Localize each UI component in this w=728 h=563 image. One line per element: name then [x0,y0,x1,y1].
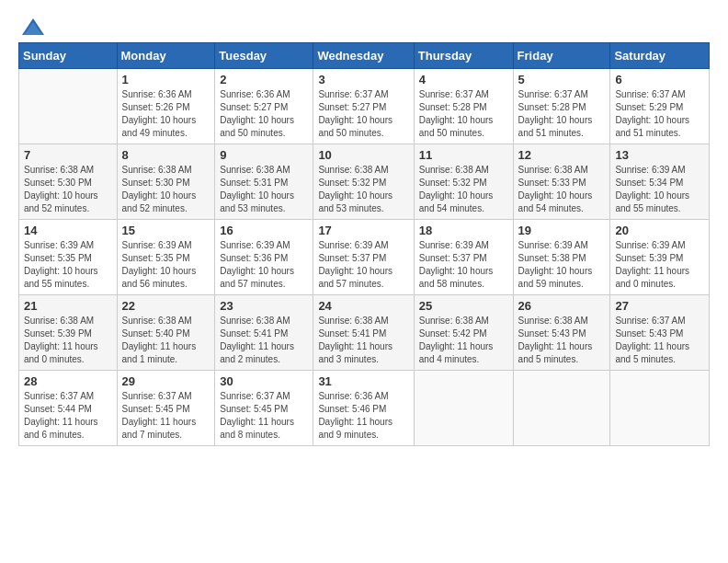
day-number: 1 [122,73,210,86]
calendar-day-cell: 23Sunrise: 6:38 AMSunset: 5:41 PMDayligh… [215,295,313,371]
calendar-day-cell: 12Sunrise: 6:38 AMSunset: 5:33 PMDayligh… [513,144,610,220]
calendar-body: 1Sunrise: 6:36 AMSunset: 5:26 PMDaylight… [19,69,710,446]
calendar-day-cell: 21Sunrise: 6:38 AMSunset: 5:39 PMDayligh… [19,295,118,371]
day-number: 6 [615,73,704,86]
calendar-day-cell: 19Sunrise: 6:39 AMSunset: 5:38 PMDayligh… [513,220,610,295]
day-detail: Sunrise: 6:36 AMSunset: 5:46 PMDaylight:… [318,390,408,442]
day-number: 8 [122,148,210,162]
calendar-day-cell: 22Sunrise: 6:38 AMSunset: 5:40 PMDayligh… [117,295,215,371]
calendar-day-cell: 24Sunrise: 6:38 AMSunset: 5:41 PMDayligh… [313,295,414,371]
weekday-header-cell: Friday [513,43,610,69]
day-detail: Sunrise: 6:38 AMSunset: 5:41 PMDaylight:… [318,315,408,366]
calendar-day-cell: 16Sunrise: 6:39 AMSunset: 5:36 PMDayligh… [215,220,313,295]
calendar-day-cell: 31Sunrise: 6:36 AMSunset: 5:46 PMDayligh… [313,371,414,446]
day-detail: Sunrise: 6:37 AMSunset: 5:44 PMDaylight:… [24,390,112,442]
calendar-day-cell: 28Sunrise: 6:37 AMSunset: 5:44 PMDayligh… [19,371,118,446]
day-number: 26 [518,299,606,313]
logo-icon [20,15,46,40]
weekday-header-cell: Sunday [19,43,118,69]
calendar-day-cell: 9Sunrise: 6:38 AMSunset: 5:31 PMDaylight… [215,144,313,220]
day-detail: Sunrise: 6:38 AMSunset: 5:40 PMDaylight:… [122,315,210,366]
day-number: 3 [318,73,408,86]
day-number: 15 [122,224,210,237]
calendar-day-cell [610,371,710,446]
calendar-week-row: 7Sunrise: 6:38 AMSunset: 5:30 PMDaylight… [19,144,710,220]
day-number: 17 [318,224,408,237]
weekday-header-cell: Tuesday [215,43,313,69]
day-detail: Sunrise: 6:38 AMSunset: 5:30 PMDaylight:… [24,164,112,215]
weekday-header-cell: Monday [117,43,215,69]
day-number: 29 [122,374,210,388]
day-detail: Sunrise: 6:39 AMSunset: 5:35 PMDaylight:… [24,239,112,291]
calendar-day-cell: 3Sunrise: 6:37 AMSunset: 5:27 PMDaylight… [313,69,414,144]
day-number: 31 [318,374,408,388]
day-number: 24 [318,299,408,313]
calendar-day-cell: 14Sunrise: 6:39 AMSunset: 5:35 PMDayligh… [19,220,118,295]
day-number: 23 [220,299,308,313]
calendar-day-cell: 27Sunrise: 6:37 AMSunset: 5:43 PMDayligh… [610,295,710,371]
day-detail: Sunrise: 6:38 AMSunset: 5:31 PMDaylight:… [220,164,308,215]
day-detail: Sunrise: 6:38 AMSunset: 5:30 PMDaylight:… [122,164,210,215]
day-detail: Sunrise: 6:38 AMSunset: 5:43 PMDaylight:… [518,315,606,366]
day-number: 12 [518,148,606,162]
calendar-day-cell: 4Sunrise: 6:37 AMSunset: 5:28 PMDaylight… [414,69,513,144]
calendar-day-cell: 1Sunrise: 6:36 AMSunset: 5:26 PMDaylight… [117,69,215,144]
calendar-day-cell: 18Sunrise: 6:39 AMSunset: 5:37 PMDayligh… [414,220,513,295]
weekday-header-cell: Thursday [414,43,513,69]
page-header [18,15,710,35]
calendar-day-cell: 7Sunrise: 6:38 AMSunset: 5:30 PMDaylight… [19,144,118,220]
day-detail: Sunrise: 6:36 AMSunset: 5:27 PMDaylight:… [220,88,308,140]
calendar-week-row: 1Sunrise: 6:36 AMSunset: 5:26 PMDaylight… [19,69,710,144]
day-number: 19 [518,224,606,237]
calendar-day-cell: 13Sunrise: 6:39 AMSunset: 5:34 PMDayligh… [610,144,710,220]
calendar-day-cell: 25Sunrise: 6:38 AMSunset: 5:42 PMDayligh… [414,295,513,371]
day-detail: Sunrise: 6:39 AMSunset: 5:38 PMDaylight:… [518,239,606,291]
day-detail: Sunrise: 6:37 AMSunset: 5:43 PMDaylight:… [615,315,704,366]
day-detail: Sunrise: 6:37 AMSunset: 5:28 PMDaylight:… [419,88,508,140]
day-detail: Sunrise: 6:39 AMSunset: 5:37 PMDaylight:… [318,239,408,291]
day-detail: Sunrise: 6:37 AMSunset: 5:27 PMDaylight:… [318,88,408,140]
calendar-week-row: 14Sunrise: 6:39 AMSunset: 5:35 PMDayligh… [19,220,710,295]
day-number: 27 [615,299,704,313]
calendar-day-cell: 30Sunrise: 6:37 AMSunset: 5:45 PMDayligh… [215,371,313,446]
calendar-table: SundayMondayTuesdayWednesdayThursdayFrid… [18,42,710,446]
day-detail: Sunrise: 6:38 AMSunset: 5:39 PMDaylight:… [24,315,112,366]
day-number: 20 [615,224,704,237]
day-number: 4 [419,73,508,86]
day-number: 11 [419,148,508,162]
day-detail: Sunrise: 6:39 AMSunset: 5:39 PMDaylight:… [615,239,704,291]
calendar-day-cell: 11Sunrise: 6:38 AMSunset: 5:32 PMDayligh… [414,144,513,220]
calendar-day-cell: 5Sunrise: 6:37 AMSunset: 5:28 PMDaylight… [513,69,610,144]
weekday-header-cell: Wednesday [313,43,414,69]
day-number: 14 [24,224,112,237]
calendar-day-cell: 8Sunrise: 6:38 AMSunset: 5:30 PMDaylight… [117,144,215,220]
day-number: 2 [220,73,308,86]
day-detail: Sunrise: 6:38 AMSunset: 5:32 PMDaylight:… [318,164,408,215]
day-number: 10 [318,148,408,162]
calendar-day-cell: 20Sunrise: 6:39 AMSunset: 5:39 PMDayligh… [610,220,710,295]
calendar-day-cell [513,371,610,446]
calendar-day-cell [19,69,118,144]
weekday-header-row: SundayMondayTuesdayWednesdayThursdayFrid… [19,43,710,69]
day-detail: Sunrise: 6:37 AMSunset: 5:28 PMDaylight:… [518,88,606,140]
calendar-day-cell: 17Sunrise: 6:39 AMSunset: 5:37 PMDayligh… [313,220,414,295]
day-detail: Sunrise: 6:38 AMSunset: 5:33 PMDaylight:… [518,164,606,215]
day-number: 21 [24,299,112,313]
logo [18,15,46,35]
day-number: 30 [220,374,308,388]
calendar-week-row: 21Sunrise: 6:38 AMSunset: 5:39 PMDayligh… [19,295,710,371]
day-detail: Sunrise: 6:36 AMSunset: 5:26 PMDaylight:… [122,88,210,140]
calendar-day-cell: 26Sunrise: 6:38 AMSunset: 5:43 PMDayligh… [513,295,610,371]
calendar-day-cell: 29Sunrise: 6:37 AMSunset: 5:45 PMDayligh… [117,371,215,446]
calendar-day-cell: 2Sunrise: 6:36 AMSunset: 5:27 PMDaylight… [215,69,313,144]
day-number: 18 [419,224,508,237]
calendar-day-cell [414,371,513,446]
day-detail: Sunrise: 6:39 AMSunset: 5:37 PMDaylight:… [419,239,508,291]
day-detail: Sunrise: 6:39 AMSunset: 5:35 PMDaylight:… [122,239,210,291]
day-number: 13 [615,148,704,162]
day-detail: Sunrise: 6:37 AMSunset: 5:45 PMDaylight:… [220,390,308,442]
day-detail: Sunrise: 6:39 AMSunset: 5:34 PMDaylight:… [615,164,704,215]
calendar-day-cell: 15Sunrise: 6:39 AMSunset: 5:35 PMDayligh… [117,220,215,295]
day-detail: Sunrise: 6:38 AMSunset: 5:32 PMDaylight:… [419,164,508,215]
day-number: 22 [122,299,210,313]
